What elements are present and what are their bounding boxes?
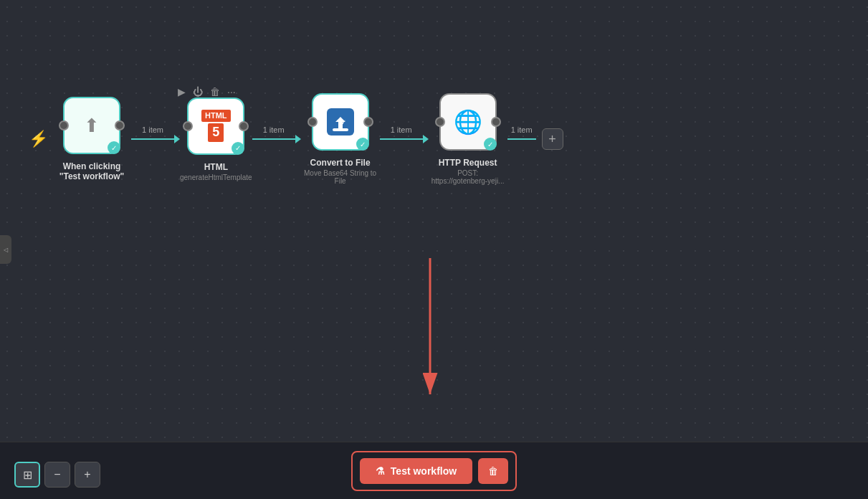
convert-icon — [325, 107, 356, 137]
connector-arrow-1 — [174, 135, 180, 143]
zoom-controls: ⊞ − + — [14, 462, 100, 488]
flask-icon: ⚗ — [376, 465, 385, 477]
delete-icon: 🗑 — [488, 465, 498, 477]
delete-workflow-button[interactable]: 🗑 — [478, 458, 508, 484]
trigger-checkmark: ✓ — [108, 141, 120, 154]
html-output-dot — [239, 121, 249, 131]
convert-node[interactable]: ✓ Convert to File Move Base64 String to … — [301, 93, 380, 185]
arrow-annotation — [387, 258, 473, 419]
zoom-in-button[interactable]: + — [75, 462, 100, 488]
workflow-canvas: ⚡ ⬆ ✓ When clicking "Test workflow" 1 it… — [29, 93, 854, 185]
http-input-dot — [435, 117, 445, 127]
left-expand-handle[interactable]: ◁ — [0, 235, 11, 264]
connector-label-3: 1 item — [391, 125, 412, 134]
bottom-toolbar: ⚗ Test workflow 🗑 — [0, 442, 868, 499]
http-node-box[interactable]: 🌐 ✓ — [439, 93, 497, 151]
convert-input-dot — [307, 117, 318, 127]
connector-line-3: 1 item — [380, 138, 423, 140]
html-node[interactable]: HTML 5 ✓ HTML generateHtmlTemplate — [180, 98, 252, 181]
connector-line-1: 1 item — [131, 138, 174, 140]
http-node[interactable]: 🌐 ✓ HTTP Request POST: https://gotenberg… — [429, 93, 507, 185]
trigger-node[interactable]: ⬆ ✓ When clicking "Test workflow" — [52, 97, 131, 181]
zoom-out-icon: − — [54, 468, 60, 481]
zoom-out-button[interactable]: − — [44, 462, 70, 488]
convert-node-label: Convert to File — [310, 158, 371, 168]
bottom-toolbar-inner: ⚗ Test workflow 🗑 — [351, 451, 517, 491]
connector-line-4: 1 item — [507, 138, 536, 140]
http-node-label: HTTP Request — [439, 158, 497, 168]
connector-label-2: 1 item — [263, 125, 285, 134]
convert-output-dot — [363, 117, 373, 127]
trigger-node-box[interactable]: ⬆ ✓ — [63, 97, 120, 154]
trigger-output-dot — [115, 120, 125, 130]
trigger-indicator: ⚡ — [29, 130, 48, 148]
html-node-box[interactable]: HTML 5 ✓ — [187, 98, 244, 155]
trigger-node-label: When clicking "Test workflow" — [52, 161, 131, 181]
connector-1: 1 item — [131, 135, 180, 143]
add-node-button[interactable]: + — [542, 128, 563, 150]
html-node-sublabel: generateHtmlTemplate — [180, 174, 252, 181]
html5-number: 5 — [212, 125, 219, 139]
convert-node-box[interactable]: ✓ — [312, 93, 369, 151]
connector-arrow-3 — [423, 135, 429, 143]
html-node-label: HTML — [204, 162, 228, 172]
html-input-dot — [183, 121, 193, 131]
connector-label-1: 1 item — [142, 125, 163, 134]
test-workflow-label: Test workflow — [391, 465, 457, 477]
convert-checkmark: ✓ — [356, 138, 369, 151]
test-workflow-button[interactable]: ⚗ Test workflow — [360, 458, 472, 484]
fit-icon: ⊞ — [23, 468, 32, 482]
connector-3: 1 item — [380, 135, 429, 143]
http-node-sublabel: POST: https://gotenberg-yeji... — [429, 169, 507, 185]
convert-node-sublabel: Move Base64 String to File — [301, 169, 380, 185]
zoom-in-icon: + — [84, 468, 90, 481]
fit-to-screen-button[interactable]: ⊞ — [14, 462, 40, 488]
trigger-input-dot — [59, 120, 69, 130]
connector-label-4: 1 item — [511, 125, 533, 134]
http-checkmark: ✓ — [484, 138, 497, 151]
connector-2: 1 item — [252, 135, 301, 143]
html5-top-label: HTML — [205, 111, 227, 120]
connector-4: 1 item — [507, 138, 536, 140]
cursor-icon: ⬆ — [84, 115, 100, 137]
connector-line-2: 1 item — [252, 138, 295, 140]
html-checkmark: ✓ — [232, 142, 244, 155]
http-output-dot — [491, 117, 501, 127]
connector-arrow-2 — [295, 135, 301, 143]
globe-icon: 🌐 — [454, 108, 482, 136]
